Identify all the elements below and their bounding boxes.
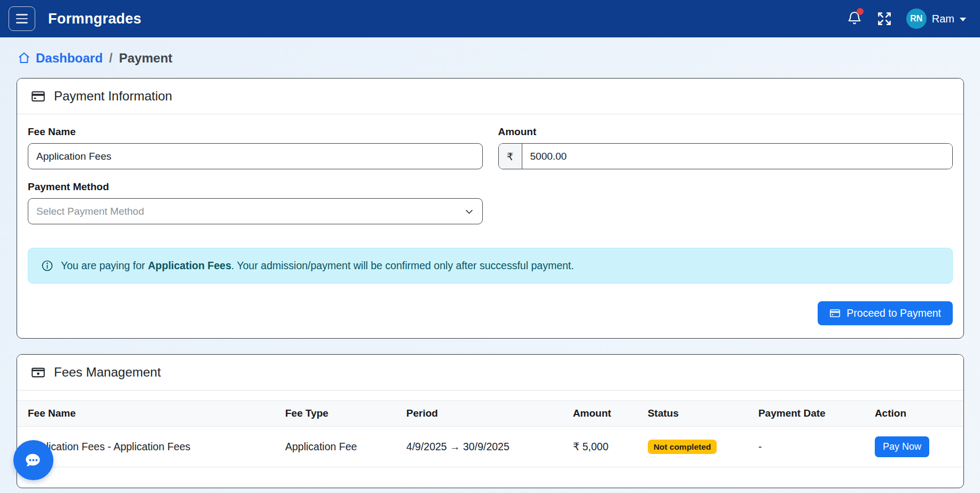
cell-fee-type: Application Fee	[275, 427, 396, 467]
payment-method-select[interactable]: Select Payment Method	[28, 198, 483, 224]
proceed-to-payment-button[interactable]: Proceed to Payment	[818, 301, 953, 325]
amount-label: Amount	[498, 126, 953, 138]
table-row: Application Fees - Application Fees Appl…	[17, 427, 963, 467]
user-menu[interactable]: RN Ram	[906, 9, 966, 29]
table-spacer	[17, 467, 963, 488]
chat-button[interactable]	[13, 440, 53, 480]
fee-name-input[interactable]	[28, 143, 483, 169]
col-action: Action	[864, 401, 963, 427]
payment-method-label: Payment Method	[28, 181, 483, 193]
notifications-button[interactable]	[846, 10, 863, 27]
home-icon	[18, 51, 30, 64]
menu-toggle-button[interactable]	[9, 6, 35, 31]
payment-method-group: Payment Method Select Payment Method	[28, 181, 483, 224]
payment-info-alert: You are paying for Application Fees. You…	[28, 248, 953, 284]
fullscreen-icon	[876, 11, 892, 27]
hamburger-icon	[16, 14, 28, 15]
chat-bubble-icon	[23, 450, 44, 471]
payment-information-title: Payment Information	[54, 89, 172, 104]
breadcrumb: Dashboard / Payment	[18, 51, 964, 66]
fees-management-card: Fees Management Fee Name Fee Type Period…	[17, 354, 964, 488]
fees-management-title: Fees Management	[54, 365, 161, 380]
cell-payment-date: -	[748, 427, 864, 467]
payment-method-placeholder: Select Payment Method	[36, 206, 144, 217]
col-amount: Amount	[562, 401, 637, 427]
breadcrumb-current: Payment	[119, 51, 173, 66]
payment-information-card: Payment Information Fee Name Amount ₹ Pa…	[17, 78, 964, 339]
col-payment-date: Payment Date	[748, 401, 864, 427]
col-period: Period	[396, 401, 562, 427]
credit-card-icon	[31, 89, 45, 104]
col-status: Status	[637, 401, 748, 427]
cash-icon	[31, 365, 45, 380]
fees-table: Fee Name Fee Type Period Amount Status P…	[17, 400, 963, 467]
cell-period: 4/9/2025 → 30/9/2025	[396, 427, 562, 467]
fees-management-header: Fees Management	[17, 355, 963, 390]
notification-dot	[857, 8, 864, 15]
pay-now-button[interactable]: Pay Now	[875, 436, 929, 457]
user-name: Ram	[932, 13, 954, 25]
credit-card-icon	[829, 308, 841, 319]
fee-name-label: Fee Name	[28, 126, 483, 138]
cell-status: Not completed	[637, 427, 748, 467]
alert-text: You are paying for Application Fees. You…	[61, 260, 574, 272]
payment-information-header: Payment Information	[17, 79, 963, 114]
cell-action: Pay Now	[864, 427, 963, 467]
avatar: RN	[906, 9, 927, 29]
proceed-to-payment-label: Proceed to Payment	[846, 307, 941, 319]
chevron-down-icon	[960, 18, 966, 21]
breadcrumb-separator: /	[109, 51, 112, 66]
rupee-prefix: ₹	[499, 144, 522, 169]
status-badge: Not completed	[648, 440, 717, 455]
top-navbar: Formngrades RN Ram	[0, 0, 980, 37]
brand-title: Formngrades	[48, 11, 142, 27]
cell-fee-name: Application Fees - Application Fees	[17, 427, 275, 467]
col-fee-name: Fee Name	[17, 401, 275, 427]
chevron-down-icon	[464, 207, 474, 217]
amount-group: Amount ₹	[498, 126, 953, 169]
fee-name-group: Fee Name	[28, 126, 483, 169]
info-icon	[41, 260, 53, 272]
cell-amount: ₹ 5,000	[562, 427, 637, 467]
amount-input[interactable]	[522, 144, 953, 169]
breadcrumb-dashboard-link[interactable]: Dashboard	[36, 51, 103, 66]
col-fee-type: Fee Type	[275, 401, 396, 427]
fees-table-header-row: Fee Name Fee Type Period Amount Status P…	[17, 401, 963, 427]
fullscreen-button[interactable]	[876, 11, 892, 27]
